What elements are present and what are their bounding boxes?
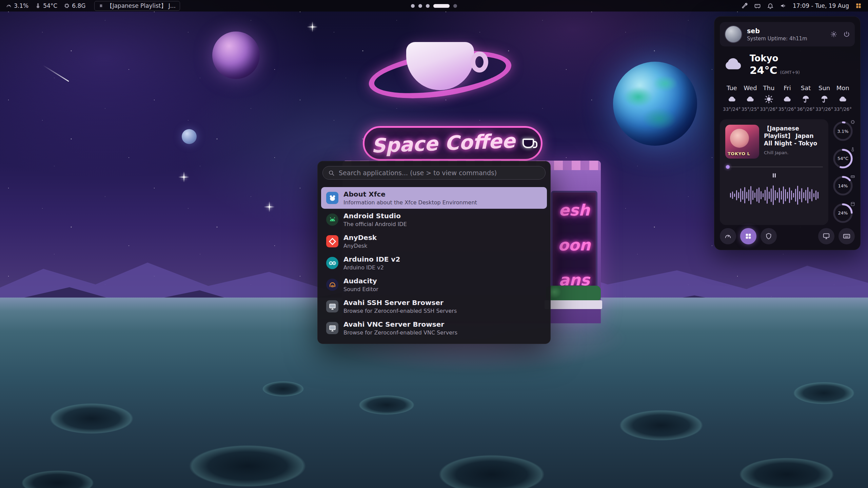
cup-handle-art (471, 52, 488, 73)
forecast-weather-icon (778, 94, 797, 104)
pause-icon (771, 172, 778, 179)
disk-icon (850, 201, 855, 208)
arduino-icon (326, 257, 338, 269)
crater-art (353, 393, 420, 417)
thermometer-icon (35, 3, 41, 8)
pause-icon (99, 3, 103, 8)
keyboard-icon (843, 232, 850, 240)
player-controls (725, 172, 823, 180)
launcher-item-arduino-ide[interactable]: Arduino IDE v2 Arduino IDE v2 (321, 252, 547, 274)
header-actions (830, 31, 850, 38)
launcher-item-android-studio[interactable]: Android Studio The official Android IDE (321, 209, 547, 230)
keyboard-button[interactable] (839, 228, 855, 244)
seek-knob[interactable] (726, 165, 730, 169)
clock[interactable]: 17:09 - Tue, 19 Aug (793, 2, 849, 9)
app-subtitle: Arduino IDE v2 (343, 264, 400, 271)
forecast-day: Thu (760, 84, 778, 92)
waveform (725, 184, 823, 206)
launcher-item-audacity[interactable]: Audacity Sound Editor (321, 274, 547, 296)
search-input[interactable] (339, 169, 540, 177)
cpu-icon (850, 119, 855, 126)
volume-icon[interactable] (780, 2, 787, 9)
workspace-3[interactable] (426, 4, 430, 8)
workspace-2[interactable] (418, 4, 422, 8)
dashboard-button[interactable] (720, 228, 736, 244)
memory-gauge: 14% (832, 175, 853, 196)
app-subtitle: Browse for Zeroconf-enabled VNC Servers (343, 329, 457, 336)
forecast-day: Mon (833, 84, 852, 92)
pause-button[interactable] (771, 172, 778, 180)
sparkle-star-art (312, 26, 313, 28)
launcher-item-about-xfce[interactable]: About Xfce Information about the Xfce De… (321, 187, 547, 209)
forecast-temps: 35°/26° (778, 106, 797, 112)
forecast-weather-icon (741, 94, 760, 104)
forecast-weather-icon (760, 94, 778, 104)
top-bar: 3.1% 54°C 6.8G 【Japanese Playlist】 J... … (0, 0, 868, 12)
workspace-indicator[interactable] (411, 4, 457, 8)
launcher-item-avahi-ssh[interactable]: Avahi SSH Server Browser Browse for Zero… (321, 296, 547, 317)
track-info: 【Japanese Playlist】 Japan All Night - To… (764, 125, 823, 159)
username: seb (747, 27, 807, 35)
launcher-item-text: Audacity Sound Editor (343, 277, 378, 292)
cpu-value: 3.1% (14, 2, 28, 9)
notifications-bell-icon[interactable] (767, 2, 774, 9)
launcher-item-anydesk[interactable]: AnyDesk AnyDesk (321, 230, 547, 252)
cpu-gauge: 3.1% (832, 121, 853, 142)
screencast-button[interactable] (818, 228, 834, 244)
security-button[interactable] (761, 228, 777, 244)
crater-art (41, 400, 142, 437)
disk-gauge: 24% (832, 203, 853, 224)
launcher-item-text: AnyDesk AnyDesk (343, 233, 377, 249)
weather-text: Tokyo 24°C (GMT+9) (750, 53, 800, 76)
forecast-day: Sun (815, 84, 834, 92)
launcher-item-avahi-vnc[interactable]: Avahi VNC Server Browser Browse for Zero… (321, 317, 547, 339)
avahi-vnc-icon (326, 322, 338, 334)
app-grid-icon[interactable] (855, 2, 862, 9)
topbar-stats: 3.1% 54°C 6.8G 【Japanese Playlist】 J... (6, 1, 180, 11)
workspace-4[interactable] (433, 4, 450, 8)
app-subtitle: Browse for Zeroconf-enabled SSH Servers (343, 308, 457, 314)
quick-actions-left (720, 228, 777, 244)
media-and-stats: TOKYO L 【Japanese Playlist】 Japan All Ni… (720, 119, 855, 225)
shop-sign-text: Space Coffee (371, 129, 516, 158)
forecast-day: Tue (723, 84, 741, 92)
avatar[interactable] (725, 25, 742, 43)
weather-timezone: (GMT+9) (780, 70, 800, 75)
cpu-gauge-icon (6, 3, 12, 8)
window-neon-text: oon (558, 236, 591, 254)
topbar-music-widget[interactable]: 【Japanese Playlist】 J... (94, 1, 180, 11)
tools-tray-icon[interactable] (741, 2, 748, 9)
forecast-day: Fri (778, 84, 797, 92)
launcher-search-box (322, 166, 546, 180)
forecast-temps: 33°/26° (760, 106, 778, 112)
album-art-label: TOKYO L (728, 151, 750, 156)
media-player: TOKYO L 【Japanese Playlist】 Japan All Ni… (720, 119, 828, 225)
workspace-1[interactable] (411, 4, 415, 8)
control-panel: seb System Uptime: 4h11m Tokyo 24°C (GMT… (714, 16, 861, 250)
app-title: About Xfce (343, 190, 477, 198)
app-subtitle: The official Android IDE (343, 221, 407, 227)
app-title: Android Studio (343, 212, 407, 220)
android-studio-icon (326, 214, 338, 226)
power-button[interactable] (843, 31, 850, 38)
purple-planet-art (212, 32, 260, 79)
network-card-tray-icon[interactable] (754, 2, 761, 9)
weather-forecast: Tue Wed Thu Fri Sat Sun Mon 33°/24° 35°/… (723, 84, 852, 112)
launcher-item-text: Android Studio The official Android IDE (343, 212, 407, 227)
neon-cup-icon (522, 139, 534, 148)
app-subtitle: AnyDesk (343, 243, 377, 249)
app-grid-button[interactable] (740, 228, 756, 244)
memory-value: 6.8G (72, 2, 85, 9)
search-icon (328, 170, 335, 176)
app-title: Avahi VNC Server Browser (343, 320, 457, 328)
crater-art (258, 380, 309, 398)
workspace-5[interactable] (453, 4, 457, 8)
forecast-temps: 36°/26° (796, 106, 815, 112)
seek-slider[interactable] (725, 165, 823, 169)
hedge-art (546, 286, 601, 301)
forecast-weather-icon (796, 94, 815, 104)
earth-planet-art (613, 62, 697, 146)
forecast-weather-icon (833, 94, 852, 104)
crater-art (176, 441, 319, 488)
settings-button[interactable] (830, 31, 837, 38)
